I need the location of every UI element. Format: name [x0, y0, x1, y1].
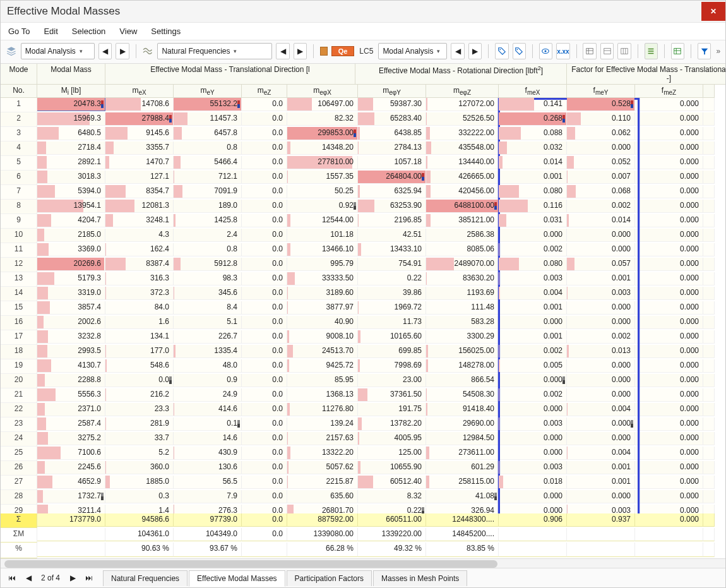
cell-fmeZ[interactable]: 0.000: [635, 258, 703, 271]
cell-Mi[interactable]: 2587.4: [37, 417, 105, 431]
cell-fmeX[interactable]: 0.002: [499, 345, 567, 358]
cell-mphiZ[interactable]: 332222.00: [426, 127, 499, 140]
analysis-dropdown-2[interactable]: Modal Analysis ▾: [378, 43, 447, 59]
cell-fmeY[interactable]: 0.001: [567, 461, 635, 474]
cell-mphiZ[interactable]: 1193.69: [426, 287, 499, 300]
tag-button-2[interactable]: [513, 43, 526, 59]
cell-mphiZ[interactable]: 83630.20: [426, 272, 499, 285]
table-row[interactable]: 1220269.68387.45912.80.0995.79754.912489…: [1, 258, 725, 272]
cell-fmeY[interactable]: 0.000: [567, 229, 635, 242]
cell-mphiX[interactable]: 82.32: [287, 112, 358, 126]
cell-mphiZ[interactable]: 91418.40: [426, 403, 499, 416]
cell-mphiY[interactable]: 125.00: [358, 447, 426, 460]
table-row[interactable]: 42718.43355.70.80.014348.202784.13435548…: [1, 141, 725, 156]
cell-mphiY[interactable]: 4005.95: [358, 432, 426, 445]
table-row[interactable]: 232587.4281.90.10.0139.2413782.2029690.0…: [1, 417, 725, 432]
cell-mphiX[interactable]: 0.92: [287, 200, 358, 213]
cell-meZ[interactable]: 0.0: [242, 185, 287, 198]
cell-meZ[interactable]: 0.0: [242, 359, 287, 373]
close-button[interactable]: ✕: [701, 2, 725, 21]
cell-fmeZ[interactable]: 0.000: [635, 461, 703, 474]
cell-meZ[interactable]: 0.0: [242, 490, 287, 503]
cell-meZ[interactable]: 0.0: [242, 301, 287, 315]
cell-fmeZ[interactable]: 0.000: [635, 388, 703, 402]
cell-fmeX[interactable]: 0.002: [499, 388, 567, 402]
table-row[interactable]: 120478.314708.655132.20.0106497.0059387.…: [1, 98, 725, 112]
cell-Mi[interactable]: 4652.9: [37, 476, 105, 489]
cell-mphiX[interactable]: 40.90: [287, 316, 358, 329]
cell-mphiY[interactable]: 13782.20: [358, 417, 426, 431]
cell-fmeY[interactable]: 0.000: [567, 374, 635, 387]
cell-fmeZ[interactable]: 0.000: [635, 432, 703, 445]
cell-fmeX[interactable]: 0.001: [499, 301, 567, 315]
cell-fmeZ[interactable]: 0.000: [635, 156, 703, 169]
cell-mphiZ[interactable]: 420456.00: [426, 185, 499, 198]
next-item-button-2[interactable]: ▶: [294, 43, 307, 59]
cell-fmeZ[interactable]: 0.000: [635, 505, 703, 513]
table-row[interactable]: 36480.59145.66457.80.0299853.006438.8533…: [1, 127, 725, 141]
cell-meX[interactable]: 177.0: [105, 345, 174, 358]
cell-Mi[interactable]: 13954.1: [37, 200, 105, 213]
header-sub-fmey[interactable]: fmeY: [567, 85, 635, 98]
cell-meY[interactable]: 56.5: [174, 476, 242, 489]
cell-meX[interactable]: 8387.4: [105, 258, 174, 271]
cell-meZ[interactable]: 0.0: [242, 258, 287, 271]
cell-fmeZ[interactable]: 0.000: [635, 98, 703, 111]
filter-button[interactable]: [698, 43, 711, 59]
cell-fmeY[interactable]: 0.000: [567, 316, 635, 329]
table-row[interactable]: 243275.233.714.60.02157.634005.9512984.5…: [1, 432, 725, 447]
cell-meY[interactable]: 345.6: [174, 287, 242, 300]
cell-mphiZ[interactable]: 426665.00: [426, 171, 499, 184]
cell-mphiX[interactable]: 24513.70: [287, 345, 358, 358]
cell-mphiZ[interactable]: 148278.00: [426, 359, 499, 373]
cell-mphiZ[interactable]: 258115.00: [426, 476, 499, 489]
cell-meX[interactable]: 162.4: [105, 243, 174, 256]
cell-fmeY[interactable]: 0.002: [567, 200, 635, 213]
header-sub-mphix[interactable]: meφX: [287, 85, 358, 98]
cell-fmeX[interactable]: 0.003: [499, 272, 567, 285]
cell-mphiX[interactable]: 101.18: [287, 229, 358, 242]
table-row[interactable]: 281732.70.37.90.0635.608.3241.080.0000.0…: [1, 490, 725, 505]
cell-mphiX[interactable]: 11276.80: [287, 403, 358, 416]
cell-mphiY[interactable]: 13433.10: [358, 243, 426, 256]
cell-meZ[interactable]: 0.0: [242, 272, 287, 285]
cell-fmeZ[interactable]: 0.000: [635, 200, 703, 213]
cell-fmeY[interactable]: 0.004: [567, 447, 635, 460]
cell-Mi[interactable]: 3018.3: [37, 171, 105, 184]
cell-Mi[interactable]: 2371.0: [37, 403, 105, 416]
cell-mphiX[interactable]: 277810.00: [287, 156, 358, 169]
header-modal-mass[interactable]: Modal Mass: [37, 64, 105, 85]
table-row[interactable]: 813954.112081.3189.00.00.9263253.9064881…: [1, 200, 725, 214]
cell-mphiZ[interactable]: 54508.30: [426, 388, 499, 402]
cell-meZ[interactable]: 0.0: [242, 98, 287, 111]
cell-meY[interactable]: 276.3: [174, 505, 242, 513]
table-row[interactable]: 215969.327988.411457.30.082.3265283.4052…: [1, 112, 725, 127]
cell-meZ[interactable]: 0.0: [242, 403, 287, 416]
cell-fmeZ[interactable]: 0.000: [635, 403, 703, 416]
cell-fmeX[interactable]: 0.003: [499, 417, 567, 431]
cell-mphiX[interactable]: 106497.00: [287, 98, 358, 111]
more-icon[interactable]: »: [716, 47, 720, 56]
cell-mphiZ[interactable]: 3300.29: [426, 330, 499, 344]
cell-fmeZ[interactable]: 0.000: [635, 476, 703, 489]
header-sub-mex[interactable]: meX: [105, 85, 174, 98]
cell-Mi[interactable]: 2718.4: [37, 141, 105, 155]
cell-fmeY[interactable]: 0.000: [567, 359, 635, 373]
cell-fmeX[interactable]: 0.000: [499, 374, 567, 387]
cell-mphiZ[interactable]: 41.08: [426, 490, 499, 503]
cell-meZ[interactable]: 0.0: [242, 432, 287, 445]
cell-mphiX[interactable]: 12544.00: [287, 214, 358, 227]
cell-meX[interactable]: 1470.7: [105, 156, 174, 169]
cell-fmeY[interactable]: 0.000: [567, 301, 635, 315]
cell-mphiY[interactable]: 37361.50: [358, 388, 426, 402]
cell-meY[interactable]: 55132.2: [174, 98, 242, 111]
pager-last[interactable]: ⏭: [81, 570, 97, 585]
cell-meY[interactable]: 226.7: [174, 330, 242, 344]
table-row[interactable]: 113369.0162.40.80.013466.1013433.108085.…: [1, 243, 725, 258]
cell-meY[interactable]: 5466.4: [174, 156, 242, 169]
cell-mphiX[interactable]: 9425.72: [287, 359, 358, 373]
table-row[interactable]: 52892.11470.75466.40.0277810.001057.1813…: [1, 156, 725, 171]
cell-Mi[interactable]: 2288.8: [37, 374, 105, 387]
cell-fmeY[interactable]: 0.000: [567, 417, 635, 431]
cell-mphiY[interactable]: 63253.90: [358, 200, 426, 213]
